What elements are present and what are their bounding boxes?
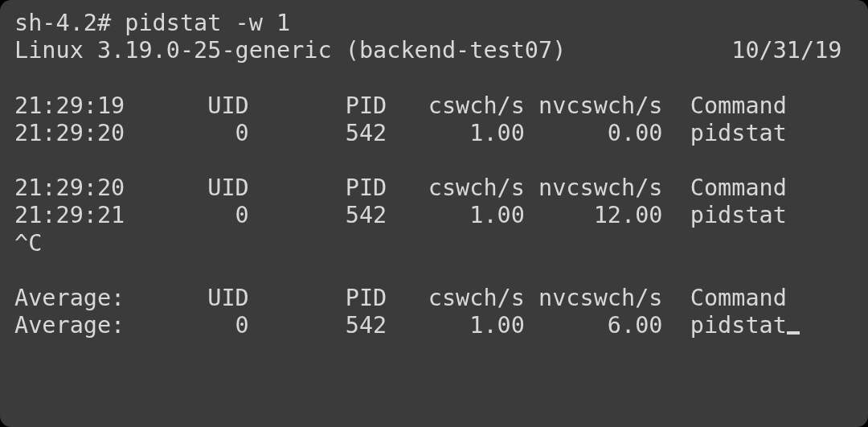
average-row-1: Average: 0 542 1.00 6.00 pidstat	[14, 312, 787, 339]
sample-2-header: 21:29:20 UID PID cswch/s nvcswch/s Comma…	[14, 174, 787, 201]
terminal-window[interactable]: sh-4.2# pidstat -w 1 Linux 3.19.0-25-gen…	[0, 0, 868, 427]
prompt-line: sh-4.2# pidstat -w 1	[14, 10, 290, 36]
average-header: Average: UID PID cswch/s nvcswch/s Comma…	[14, 285, 787, 311]
system-info-line: Linux 3.19.0-25-generic (backend-test07)…	[14, 37, 842, 64]
sample-1-row-1: 21:29:20 0 542 1.00 0.00 pidstat	[14, 120, 787, 146]
entered-command: pidstat -w 1	[125, 10, 290, 36]
cursor	[787, 331, 800, 335]
sample-1-header: 21:29:19 UID PID cswch/s nvcswch/s Comma…	[14, 92, 787, 119]
shell-prompt: sh-4.2#	[14, 10, 125, 36]
interrupt-line: ^C	[14, 230, 42, 257]
sample-2-row-1: 21:29:21 0 542 1.00 12.00 pidstat	[14, 202, 787, 228]
